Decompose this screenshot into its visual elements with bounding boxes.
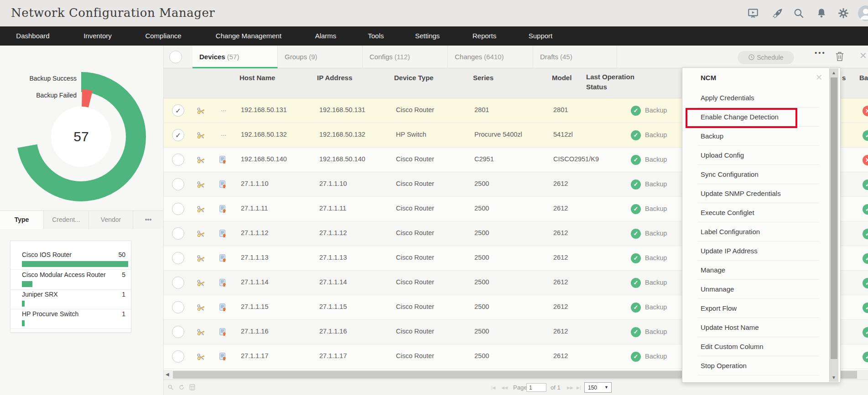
row-checkbox[interactable] (172, 277, 184, 289)
footer-refresh-icon[interactable] (178, 384, 185, 390)
nav-item-compliance[interactable]: Compliance (145, 26, 181, 46)
menu-item-sync-configuration[interactable]: Sync Configuration (697, 165, 820, 184)
row-checkbox[interactable] (172, 252, 184, 264)
row-checkbox[interactable]: ✓ (172, 104, 184, 117)
nav-item-support[interactable]: Support (529, 26, 553, 46)
cell-host: 192.168.50.131 (241, 106, 287, 113)
tab-drafts[interactable]: Drafts(45) (533, 46, 617, 68)
row-more-ellipsis: ... (221, 129, 227, 137)
row-checkbox[interactable] (172, 154, 184, 166)
delete-icon[interactable] (835, 51, 845, 62)
menu-item-edit-custom-column[interactable]: Edit Custom Column (697, 337, 820, 356)
nav-item-reports[interactable]: Reports (473, 26, 497, 46)
list-item[interactable]: Cisco IOS Router50 (10, 250, 131, 270)
footer-grid-icon[interactable] (189, 384, 195, 390)
cell-model: 2612 (553, 352, 568, 359)
page-prev-button[interactable]: ◀◀ (501, 385, 508, 390)
column-header-last-operation-status[interactable]: Last Operation Status (586, 72, 641, 92)
row-checkbox[interactable] (172, 326, 184, 338)
column-header-host-name[interactable]: Host Name (239, 74, 275, 82)
row-checkbox[interactable] (172, 350, 184, 363)
device-type-count: 1 (122, 291, 125, 298)
certificate-icon (219, 180, 227, 189)
cell-ip: 192.168.50.140 (319, 155, 365, 163)
sidebar-tab-vendor[interactable]: Vendor (89, 211, 133, 229)
bell-icon[interactable] (816, 7, 827, 19)
more-actions-button[interactable]: ••• (815, 49, 826, 56)
tab-label: Drafts (540, 53, 558, 61)
sidebar-tab-credent[interactable]: Credent... (44, 211, 89, 229)
menu-item-enable-change-detection[interactable]: Enable Change Detection (697, 108, 820, 127)
page-last-button[interactable]: ▶| (577, 385, 581, 390)
list-item[interactable]: Juniper SRX1 (10, 290, 131, 309)
column-header-ip-address[interactable]: IP Address (317, 74, 353, 82)
certificate-icon (219, 279, 227, 289)
tab-changes[interactable]: Changes(6410) (448, 46, 533, 68)
nav-item-alarms[interactable]: Alarms (315, 26, 337, 46)
page-size-select[interactable]: 150 ▼ (584, 382, 612, 393)
nav-item-settings[interactable]: Settings (415, 26, 440, 46)
menu-item-stop-operation[interactable]: Stop Operation (697, 356, 820, 375)
ncm-scrollbar[interactable]: ▲ ▼ (829, 68, 838, 382)
page-number-input[interactable] (526, 383, 546, 392)
cell-device-type: Cisco Router (396, 205, 434, 212)
column-header-series[interactable]: Series (473, 74, 494, 82)
row-checkbox[interactable] (172, 301, 184, 313)
sidebar-tab-[interactable]: ••• (133, 211, 164, 229)
rocket-icon[interactable] (772, 7, 784, 19)
menu-item-apply-credentials[interactable]: Apply Credentials (697, 88, 820, 108)
select-all-checkbox[interactable] (169, 51, 182, 63)
menu-item-manage[interactable]: Manage (697, 261, 820, 280)
row-checkbox[interactable] (172, 203, 184, 215)
row-checkbox[interactable] (172, 178, 184, 190)
scroll-up-arrow[interactable]: ▲ (832, 70, 836, 75)
status-ok-icon: ✓ (631, 155, 641, 165)
cell-host: 27.1.1.13 (241, 254, 268, 261)
schedule-button[interactable]: Schedule (738, 51, 794, 64)
scroll-left-arrow[interactable]: ◀ (166, 372, 169, 377)
menu-item-update-ip-address[interactable]: Update IP Address (697, 241, 820, 261)
menu-item-export-flow[interactable]: Export Flow (697, 299, 820, 318)
search-icon[interactable] (793, 7, 805, 19)
scroll-down-arrow[interactable]: ▼ (832, 375, 836, 380)
tab-devices[interactable]: Devices(57) (192, 46, 278, 68)
row-checkbox[interactable] (172, 227, 184, 240)
status-ok-icon: ✓ (631, 180, 641, 190)
user-avatar[interactable] (858, 5, 868, 21)
list-item[interactable]: Cisco Modular Access Router5 (10, 270, 131, 290)
menu-item-upload-config[interactable]: Upload Config (697, 146, 820, 165)
menu-item-label-configuration[interactable]: Label Configuration (697, 222, 820, 241)
nav-item-change-management[interactable]: Change Management (216, 26, 281, 46)
ncm-close-icon[interactable]: ✕ (816, 72, 822, 82)
cell-ip: 27.1.1.15 (319, 303, 347, 310)
nav-item-inventory[interactable]: Inventory (83, 26, 112, 46)
row-checkbox[interactable]: ✓ (172, 129, 184, 141)
cell-ip: 27.1.1.17 (319, 352, 347, 359)
footer-search-icon[interactable] (167, 384, 174, 390)
menu-item-unmanage[interactable]: Unmanage (697, 280, 820, 299)
gear-icon[interactable] (837, 7, 849, 19)
row-more-ellipsis: ... (221, 105, 227, 113)
column-header-model[interactable]: Model (552, 74, 572, 82)
status-ok-icon: ✓ (631, 278, 641, 288)
ncm-scrollbar-thumb[interactable] (831, 77, 837, 359)
menu-item-update-host-name[interactable]: Update Host Name (697, 318, 820, 337)
last-operation-status: Backup (645, 328, 667, 335)
presentation-icon[interactable] (747, 7, 759, 19)
menu-item-update-snmp-credentials[interactable]: Update SNMP Credentials (697, 184, 820, 203)
cell-model: 2612 (553, 180, 568, 187)
nav-item-dashboard[interactable]: Dashboard (16, 26, 49, 46)
tab-groups[interactable]: Groups(9) (278, 46, 363, 68)
page-first-button[interactable]: |◀ (491, 385, 495, 390)
close-icon[interactable]: ✕ (859, 50, 867, 61)
menu-item-backup[interactable]: Backup (697, 127, 820, 146)
nav-item-tools[interactable]: Tools (368, 26, 384, 46)
cell-series: 2500 (474, 278, 489, 286)
column-header-device-type[interactable]: Device Type (394, 74, 433, 82)
menu-item-execute-configlet[interactable]: Execute Configlet (697, 203, 820, 222)
tab-configs[interactable]: Configs(112) (363, 46, 448, 68)
page-next-button[interactable]: ▶▶ (567, 385, 573, 390)
last-operation-status: Backup (645, 107, 667, 114)
sidebar-tab-type[interactable]: Type (0, 211, 44, 229)
list-item[interactable]: HP Procurve Switch1 (10, 309, 131, 329)
